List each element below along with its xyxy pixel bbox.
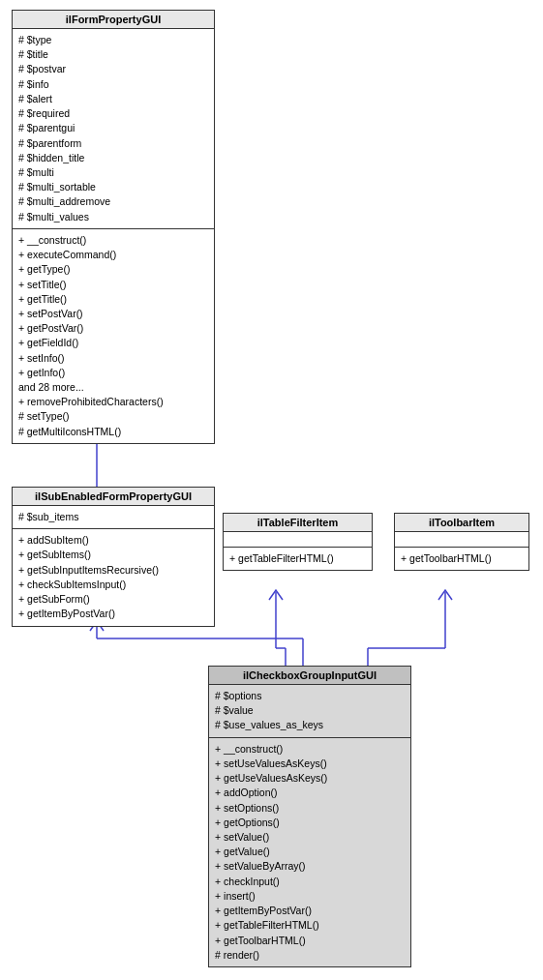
ilToolbarItem-box: ilToolbarItem + getToolbarHTML(): [394, 513, 529, 571]
ilFormPropertyGUI-title: ilFormPropertyGUI: [13, 11, 214, 29]
ilSubEnabledFormPropertyGUI-title: ilSubEnabledFormPropertyGUI: [13, 488, 214, 506]
ilFormPropertyGUI-attributes: # $type # $title # $postvar # $info # $a…: [13, 29, 214, 229]
diagram-container: ilFormPropertyGUI # $type # $title # $po…: [0, 0, 543, 980]
ilTableFilterItem-methods: + getTableFilterHTML(): [224, 548, 372, 570]
ilTableFilterItem-attributes: [224, 532, 372, 548]
ilFormPropertyGUI-methods: + __construct() + executeCommand() + get…: [13, 229, 214, 443]
ilSubEnabledFormPropertyGUI-methods: + addSubItem() + getSubItems() + getSubI…: [13, 529, 214, 625]
ilCheckboxGroupInputGUI-title: ilCheckboxGroupInputGUI: [209, 667, 410, 685]
ilCheckboxGroupInputGUI-methods: + __construct() + setUseValuesAsKeys() +…: [209, 738, 410, 966]
ilTableFilterItem-box: ilTableFilterItem + getTableFilterHTML(): [223, 513, 373, 571]
ilToolbarItem-attributes: [395, 532, 528, 548]
ilCheckboxGroupInputGUI-box: ilCheckboxGroupInputGUI # $options # $va…: [208, 666, 411, 967]
ilToolbarItem-methods: + getToolbarHTML(): [395, 548, 528, 570]
ilSubEnabledFormPropertyGUI-attributes: # $sub_items: [13, 506, 214, 529]
ilFormPropertyGUI-box: ilFormPropertyGUI # $type # $title # $po…: [12, 10, 215, 444]
ilTableFilterItem-title: ilTableFilterItem: [224, 514, 372, 532]
ilCheckboxGroupInputGUI-attributes: # $options # $value # $use_values_as_key…: [209, 685, 410, 738]
ilSubEnabledFormPropertyGUI-box: ilSubEnabledFormPropertyGUI # $sub_items…: [12, 487, 215, 627]
ilToolbarItem-title: ilToolbarItem: [395, 514, 528, 532]
